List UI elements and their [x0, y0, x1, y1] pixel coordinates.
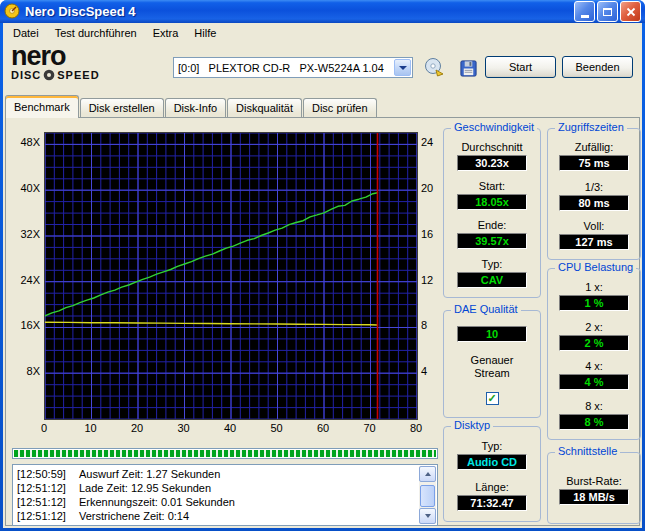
stat-value: 80 ms	[559, 195, 629, 211]
tab-benchmark[interactable]: Benchmark	[5, 95, 79, 118]
y-left-tick-label: 16X	[10, 319, 40, 331]
start-button[interactable]: Start	[485, 56, 556, 78]
stat-value: 71:32.47	[457, 495, 527, 511]
stat-label: Durchschnitt	[461, 141, 522, 153]
save-button[interactable]	[455, 55, 481, 81]
panel-title: Zugriffszeiten	[555, 121, 627, 133]
tab-label: Disc prüfen	[312, 102, 368, 114]
tab-label: Disk-Info	[174, 102, 217, 114]
x-tick-label: 60	[311, 422, 335, 434]
y-right-tick-label: 12	[421, 274, 443, 286]
stat-label: Start:	[479, 180, 505, 192]
stat-value: 39.57x	[457, 233, 527, 249]
stat-label: Zufällig:	[575, 141, 614, 153]
stat-row: Durchschnitt 30.23x	[457, 141, 527, 171]
logo-speed-text: SPEED	[57, 69, 99, 81]
menu-extra[interactable]: Extra	[145, 24, 187, 42]
x-tick-label: 80	[404, 422, 428, 434]
minimize-icon	[581, 15, 589, 18]
y-left-tick-label: 32X	[10, 228, 40, 240]
stat-row: 8 x: 8 %	[559, 400, 629, 430]
progress-fill	[14, 450, 436, 457]
x-tick-label: 50	[265, 422, 289, 434]
log-entry: [12:51:12]Erkennungszeit: 0.01 Sekunden	[17, 495, 417, 509]
window-body: Datei Test durchführen Extra Hilfe nero …	[3, 23, 642, 528]
stat-row: Zufällig: 75 ms	[559, 141, 629, 171]
minimize-button[interactable]	[574, 1, 595, 22]
arrow-down-icon	[425, 514, 431, 518]
app-icon[interactable]	[4, 3, 20, 21]
log-message: Lade Zeit: 12.95 Sekunden	[79, 482, 211, 494]
tab-diskqualitaet[interactable]: Diskqualität	[227, 98, 302, 117]
log-scrollbar[interactable]	[419, 466, 436, 524]
stat-label: Länge:	[475, 481, 509, 493]
scroll-up-button[interactable]	[419, 466, 436, 482]
panel-title: Disktyp	[451, 419, 493, 431]
tab-disk-erstellen[interactable]: Disk erstellen	[80, 98, 164, 117]
stat-value: 4 %	[559, 374, 629, 390]
panel-title: DAE Qualität	[451, 303, 521, 315]
drive-select-value: [0:0] PLEXTOR CD-R PX-W5224A 1.04	[174, 62, 393, 74]
scroll-down-button[interactable]	[419, 508, 436, 524]
quit-button[interactable]: Beenden	[562, 56, 633, 78]
stat-label: Voll:	[584, 220, 605, 232]
chart-canvas	[45, 133, 417, 419]
panel-title: Geschwindigkeit	[451, 121, 537, 133]
stat-row: Typ: Audio CD	[457, 440, 527, 470]
accurate-stream-checkbox[interactable]: ✓	[486, 392, 499, 405]
y-left-tick-label: 40X	[10, 182, 40, 194]
tab-disc-pruefen[interactable]: Disc prüfen	[303, 98, 377, 117]
y-left-tick-label: 8X	[10, 365, 40, 377]
close-button[interactable]	[620, 1, 641, 22]
maximize-icon	[603, 8, 612, 16]
log-message: Auswurf Zeit: 1.27 Sekunden	[79, 468, 220, 480]
logo-disc-icon	[43, 69, 55, 81]
stat-row: Start: 18.05x	[457, 180, 527, 210]
toolbar: nero DISC SPEED [0:0] PLEXTOR CD-R PX-W5…	[3, 43, 642, 91]
chevron-down-icon	[399, 66, 407, 70]
log-box[interactable]: [12:50:59]Auswurf Zeit: 1.27 Sekunden [1…	[12, 464, 438, 526]
tab-label: Benchmark	[14, 101, 70, 113]
chart-plot	[44, 132, 418, 420]
tab-disk-info[interactable]: Disk-Info	[165, 98, 226, 117]
menu-hilfe[interactable]: Hilfe	[186, 24, 224, 42]
scrollbar-thumb[interactable]	[420, 485, 435, 507]
x-tick-label: 20	[125, 422, 149, 434]
x-tick-label: 10	[79, 422, 103, 434]
log-timestamp: [12:51:12]	[17, 509, 79, 523]
benchmark-page: 48X40X32X24X16X8X24201612840102030405060…	[5, 117, 640, 526]
y-right-tick-label: 16	[421, 228, 443, 240]
stat-row: Typ: CAV	[457, 258, 527, 288]
stat-row: 4 x: 4 %	[559, 360, 629, 390]
y-right-tick-label: 4	[421, 365, 443, 377]
stat-value: CAV	[457, 272, 527, 288]
panel-title: CPU Belastung	[555, 261, 636, 273]
log-entry: [12:51:12]Verstrichene Zeit: 0:14	[17, 509, 417, 523]
drive-select[interactable]: [0:0] PLEXTOR CD-R PX-W5224A 1.04	[173, 57, 413, 78]
stat-value: 2 %	[559, 335, 629, 351]
title-bar: Nero DiscSpeed 4	[0, 0, 645, 23]
maximize-button[interactable]	[597, 1, 618, 22]
stat-row: Länge: 71:32.47	[457, 481, 527, 511]
stat-label: 1 x:	[585, 281, 603, 293]
progress-bar	[12, 448, 438, 459]
drive-select-dropdown-button[interactable]	[394, 59, 411, 76]
y-left-tick-label: 24X	[10, 274, 40, 286]
stat-row: Ende: 39.57x	[457, 219, 527, 249]
log-entry: [12:50:59]Auswurf Zeit: 1.27 Sekunden	[17, 467, 417, 481]
stat-row: Voll: 127 ms	[559, 220, 629, 250]
log-timestamp: [12:51:12]	[17, 495, 79, 509]
stat-row: 2 x: 2 %	[559, 321, 629, 351]
stat-value: 30.23x	[457, 155, 527, 171]
stat-value: 18.05x	[457, 194, 527, 210]
menu-datei[interactable]: Datei	[5, 24, 47, 42]
menu-test-durchfuehren[interactable]: Test durchführen	[47, 24, 145, 42]
window-title: Nero DiscSpeed 4	[25, 4, 574, 19]
panel-dae-qualitaet: DAE Qualität 10 Genauer Stream ✓	[443, 310, 541, 418]
logo-disc-text: DISC	[11, 69, 41, 81]
x-tick-label: 40	[218, 422, 242, 434]
app-window: Nero DiscSpeed 4 Datei Test durchführen …	[0, 0, 645, 531]
stat-value: 18 MB/s	[559, 489, 629, 505]
disc-eject-button[interactable]	[421, 55, 447, 81]
close-icon	[626, 7, 636, 17]
